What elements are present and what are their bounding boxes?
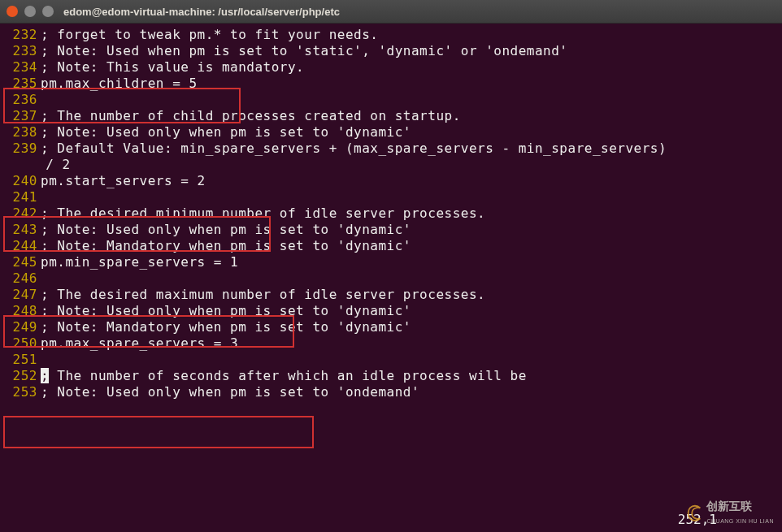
line-number: 232 bbox=[0, 27, 41, 43]
line-number: 250 bbox=[0, 335, 41, 352]
editor-line[interactable]: 242; The desired minimum number of idle … bbox=[0, 205, 782, 222]
line-text: pm.start_servers = 2 bbox=[41, 173, 782, 189]
line-text: ; Note: Used only when pm is set to 'dyn… bbox=[41, 222, 782, 238]
line-number: 242 bbox=[0, 205, 41, 222]
titlebar: edom@edom-virtual-machine: /usr/local/se… bbox=[0, 0, 782, 24]
line-text: ; Note: Mandatory when pm is set to 'dyn… bbox=[41, 319, 782, 335]
editor-line[interactable]: 253; Note: Used only when pm is set to '… bbox=[0, 384, 782, 400]
maximize-icon[interactable] bbox=[42, 6, 54, 17]
line-text: ; The number of seconds after which an i… bbox=[41, 368, 782, 384]
editor-line[interactable]: 246 bbox=[0, 270, 782, 287]
editor-line[interactable]: 233; Note: Used when pm is set to 'stati… bbox=[0, 43, 782, 59]
editor-line[interactable]: 232; forget to tweak pm.* to fit your ne… bbox=[0, 27, 782, 43]
line-number: 240 bbox=[0, 173, 41, 189]
line-text: ; Note: Used only when pm is set to 'dyn… bbox=[41, 124, 782, 141]
line-number: 241 bbox=[0, 189, 41, 205]
line-number: 247 bbox=[0, 287, 41, 303]
line-text: ; Note: Used when pm is set to 'static',… bbox=[41, 43, 782, 59]
highlight-box bbox=[3, 416, 314, 448]
logo-icon bbox=[685, 504, 703, 521]
minimize-icon[interactable] bbox=[24, 6, 36, 17]
line-text: ; The desired maximum number of idle ser… bbox=[41, 287, 782, 303]
line-number: 239 bbox=[0, 141, 41, 157]
close-icon[interactable] bbox=[7, 6, 18, 17]
line-text: / 2 bbox=[37, 157, 782, 173]
line-text: ; Default Value: min_spare_servers + (ma… bbox=[41, 141, 782, 157]
line-number: 236 bbox=[0, 92, 41, 108]
line-number: 235 bbox=[0, 76, 41, 92]
line-number: 245 bbox=[0, 254, 41, 270]
line-text: ; Note: This value is mandatory. bbox=[41, 59, 782, 76]
line-text: ; Note: Used only when pm is set to 'dyn… bbox=[41, 303, 782, 319]
cursor: ; bbox=[41, 368, 49, 383]
watermark-text: 创新互联 bbox=[706, 500, 752, 513]
editor-line[interactable]: 240pm.start_servers = 2 bbox=[0, 173, 782, 189]
line-number: 248 bbox=[0, 303, 41, 319]
editor-viewport[interactable]: 232; forget to tweak pm.* to fit your ne… bbox=[0, 24, 782, 400]
line-number: 251 bbox=[0, 352, 41, 368]
line-number: 233 bbox=[0, 43, 41, 59]
editor-line[interactable]: 238; Note: Used only when pm is set to '… bbox=[0, 124, 782, 141]
watermark-sub: CHUANG XIN HU LIAN bbox=[706, 518, 774, 524]
line-text: pm.min_spare_servers = 1 bbox=[41, 254, 782, 270]
editor-line[interactable]: 252; The number of seconds after which a… bbox=[0, 368, 782, 384]
line-text: ; Note: Used only when pm is set to 'ond… bbox=[41, 384, 782, 400]
line-text: pm.max_children = 5 bbox=[41, 76, 782, 92]
line-number: 238 bbox=[0, 124, 41, 141]
line-number: 253 bbox=[0, 384, 41, 400]
line-number: 244 bbox=[0, 238, 41, 254]
line-number: 252 bbox=[0, 368, 41, 384]
line-text: pm.max_spare_servers = 3 bbox=[41, 335, 782, 352]
editor-line[interactable]: 243; Note: Used only when pm is set to '… bbox=[0, 222, 782, 238]
line-text: ; Note: Mandatory when pm is set to 'dyn… bbox=[41, 238, 782, 254]
editor-line[interactable]: 234; Note: This value is mandatory. bbox=[0, 59, 782, 76]
line-number: 249 bbox=[0, 319, 41, 335]
editor-line[interactable]: 247; The desired maximum number of idle … bbox=[0, 287, 782, 303]
editor-line[interactable]: 245pm.min_spare_servers = 1 bbox=[0, 254, 782, 270]
editor-line[interactable]: 244; Note: Mandatory when pm is set to '… bbox=[0, 238, 782, 254]
editor-line[interactable]: 251 bbox=[0, 352, 782, 368]
watermark: 创新互联 CHUANG XIN HU LIAN bbox=[685, 500, 774, 526]
window-title: edom@edom-virtual-machine: /usr/local/se… bbox=[63, 6, 340, 18]
line-number: 243 bbox=[0, 222, 41, 238]
editor-line[interactable]: 239; Default Value: min_spare_servers + … bbox=[0, 141, 782, 157]
editor-line[interactable]: 241 bbox=[0, 189, 782, 205]
line-number: 246 bbox=[0, 270, 41, 287]
editor-line[interactable]: 235pm.max_children = 5 bbox=[0, 76, 782, 92]
editor-line[interactable]: 236 bbox=[0, 92, 782, 108]
editor-line[interactable]: 237; The number of child processes creat… bbox=[0, 108, 782, 124]
editor-line[interactable]: 250pm.max_spare_servers = 3 bbox=[0, 335, 782, 352]
line-number: 234 bbox=[0, 59, 41, 76]
line-text: ; The number of child processes created … bbox=[41, 108, 782, 124]
editor-line[interactable]: 249; Note: Mandatory when pm is set to '… bbox=[0, 319, 782, 335]
editor-line[interactable]: 248; Note: Used only when pm is set to '… bbox=[0, 303, 782, 319]
line-text: ; The desired minimum number of idle ser… bbox=[41, 205, 782, 222]
editor-line[interactable]: / 2 bbox=[0, 157, 782, 173]
line-text: ; forget to tweak pm.* to fit your needs… bbox=[41, 27, 782, 43]
line-number: 237 bbox=[0, 108, 41, 124]
